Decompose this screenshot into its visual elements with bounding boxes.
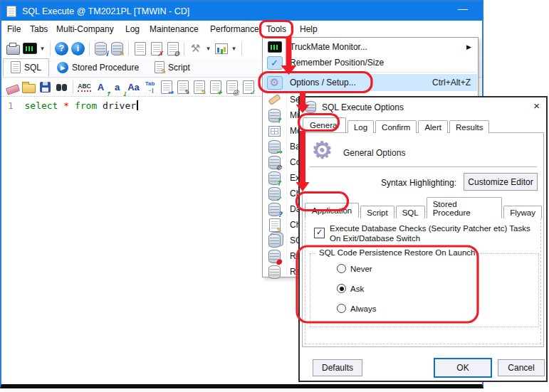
radio-row-never: Never [337, 264, 372, 273]
tab-general[interactable]: General [303, 117, 346, 132]
document-pencil-icon: ✎ [269, 218, 281, 232]
menu-item-truckmate-monitor[interactable]: TruckMate Monitor... ▶ [263, 39, 477, 55]
chart-dropdown-icon[interactable]: ▾ [229, 41, 239, 57]
new-document-icon[interactable] [132, 41, 148, 57]
wrench-icon[interactable]: ⚒ [187, 41, 204, 57]
table-grid-icon [268, 126, 281, 137]
databases-icon [268, 234, 281, 248]
spell-check-icon[interactable]: ABC [76, 79, 93, 95]
line-number: 1 [8, 100, 14, 111]
document-settings-icon[interactable]: ⚙ [164, 41, 181, 57]
subtab-application[interactable]: Application [305, 203, 359, 218]
database-gear-icon: ⚙ [268, 156, 281, 169]
search-snippet-icon[interactable]: ◎ [224, 79, 240, 95]
find-replace-icon[interactable] [53, 79, 70, 95]
radio-row-ask: Ask [337, 284, 364, 293]
radio-ask[interactable] [337, 284, 346, 293]
bandage-icon [268, 94, 281, 105]
defaults-button[interactable]: Defaults [313, 359, 362, 376]
delete-document-icon[interactable]: ✗ [148, 41, 164, 57]
dialog-titlebar: SQL Execute Options × [300, 97, 546, 117]
help-icon[interactable]: ? [53, 41, 70, 57]
tab-log[interactable]: Log [347, 120, 374, 133]
menu-tools[interactable]: Tools [266, 21, 286, 38]
edit-script-icon[interactable]: ✎ [174, 79, 191, 95]
menu-tabs[interactable]: Tabs [30, 21, 48, 38]
menu-item-label: Remember Position/Size [286, 58, 477, 68]
dialog-title: SQL Execute Options [322, 102, 404, 112]
tab-script[interactable]: ✎ Script [147, 58, 198, 77]
db-checks-checkbox[interactable]: ✓ [314, 228, 325, 238]
menu-file[interactable]: File [7, 21, 21, 38]
tab-indent-icon[interactable]: Tab→| [142, 79, 158, 95]
tab-confirm[interactable]: Confirm [375, 120, 417, 133]
toggle-case-icon[interactable]: Aa [125, 79, 142, 95]
monitor-dropdown-icon[interactable]: ▾ [38, 41, 47, 57]
database-edit-icon[interactable]: ✎ [109, 41, 125, 57]
window-title: SQL Execute @ TM2021PL [TMWIN - CD] [22, 6, 189, 16]
toolbar-separator [128, 42, 129, 55]
text-cursor [137, 100, 138, 110]
edit-format-icon[interactable]: ✎ [191, 79, 207, 95]
subtab-sql[interactable]: SQL [396, 206, 425, 218]
minimize-button[interactable]: — [458, 3, 468, 14]
gear-icon: ⚙ [270, 78, 279, 88]
ok-button[interactable]: OK [434, 358, 492, 378]
general-tab-page: ⚙ General Options Syntax Highlighting: C… [302, 132, 544, 347]
tab-sql[interactable]: SQL [3, 58, 49, 77]
menu-item-label: Options / Setup... [286, 78, 432, 88]
print-icon[interactable] [5, 41, 21, 57]
radio-ask-label: Ask [350, 285, 364, 293]
section-divider [310, 166, 537, 167]
subtab-stored-procedure[interactable]: Stored Procedure [427, 197, 503, 218]
radio-never-label: Never [350, 265, 372, 273]
subtab-script[interactable]: Script [360, 206, 394, 218]
tab-alert[interactable]: Alert [418, 120, 448, 133]
cancel-button[interactable]: Cancel [498, 359, 545, 376]
menu-item-options-setup[interactable]: ⚙ Options / Setup... Ctrl+Alt+Z [263, 74, 477, 91]
eraser-icon[interactable] [4, 79, 21, 95]
sql-code-persistence-group: SQL Code Persistence Restore On Launch N… [310, 253, 539, 327]
export-chart-icon[interactable] [213, 41, 229, 57]
application-subtab-page: ✓ Execute Database Checks (Security Patc… [305, 211, 541, 344]
database-gray-icon [268, 265, 281, 279]
toolbar-separator [89, 42, 90, 55]
stored-procedure-icon: ▶ [57, 62, 68, 73]
tab-stored-procedure[interactable]: ▶ Stored Procedure [49, 59, 147, 77]
format-indent-icon[interactable]: → [158, 79, 174, 95]
db-checks-row: ✓ Execute Database Checks (Security Patc… [314, 223, 542, 243]
info-icon[interactable]: i [70, 41, 86, 57]
radio-never[interactable] [337, 264, 346, 273]
menu-shortcut: Ctrl+Alt+Z [432, 78, 477, 88]
app-icon [6, 6, 16, 17]
database-up-icon: ↑ [268, 109, 281, 122]
db-checks-label: Execute Database Checks (Security Patche… [330, 223, 542, 243]
menu-help[interactable]: Help [300, 21, 318, 38]
tab-sql-label: SQL [24, 63, 41, 73]
uppercase-icon[interactable]: A↑ [93, 79, 109, 95]
validate-snippet-icon[interactable]: ✓ [240, 79, 256, 95]
lowercase-icon[interactable]: a↓ [109, 79, 125, 95]
group-title: SQL Code Persistence Restore On Launch [316, 248, 478, 257]
menu-item-remember-position[interactable]: ✓ Remember Position/Size [263, 55, 477, 70]
customize-editor-button[interactable]: Customize Editor [464, 173, 538, 191]
save-icon[interactable] [37, 79, 53, 95]
radio-always-label: Always [350, 304, 376, 313]
general-subtab-bar: Application Script SQL Stored Procedure … [305, 196, 543, 217]
subtab-flyway[interactable]: Flyway [503, 206, 542, 218]
tab-results[interactable]: Results [449, 120, 489, 133]
truckmate-monitor-icon[interactable] [21, 41, 38, 57]
close-icon[interactable]: × [533, 100, 540, 111]
wrench-dropdown-icon[interactable]: ▾ [204, 41, 213, 57]
database-info-icon[interactable]: i [93, 41, 109, 57]
toolbar-separator [184, 42, 184, 55]
menu-maintenance[interactable]: Maintenance [150, 21, 199, 38]
menu-performance[interactable]: Performance [210, 21, 259, 38]
add-snippet-icon[interactable]: + [207, 79, 224, 95]
menu-multi-company[interactable]: Multi-Company [56, 21, 114, 38]
radio-always[interactable] [337, 304, 346, 313]
open-folder-icon[interactable] [21, 79, 37, 95]
menu-separator [286, 72, 476, 73]
database-alert-icon: ● [268, 250, 281, 263]
menu-log[interactable]: Log [125, 21, 140, 38]
